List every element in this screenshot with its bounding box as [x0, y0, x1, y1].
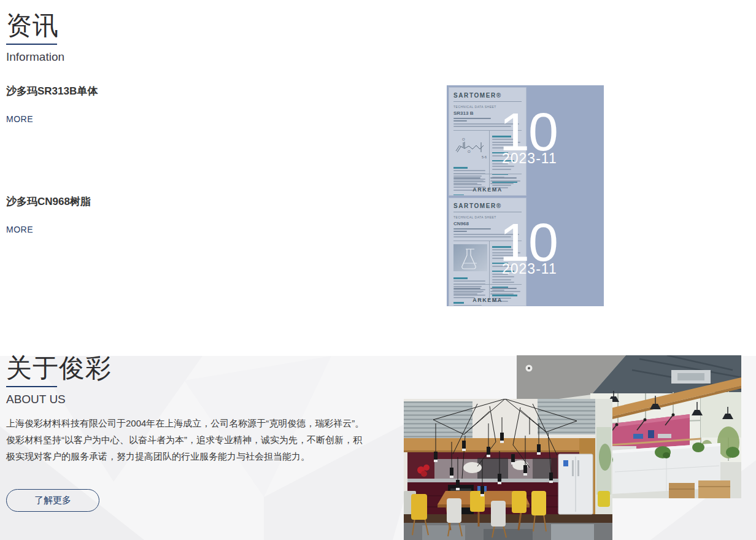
news-section-title: 资讯	[6, 10, 64, 41]
datasheet-doc-type: TECHNICAL DATA SHEET	[453, 215, 522, 219]
datasheet-thumbnail-sr313b: SARTOMER® TECHNICAL DATA SHEET SR313 B	[449, 87, 526, 196]
arkema-logo: ARKEMA	[453, 297, 522, 303]
news-title-underline	[6, 44, 57, 45]
page: 资讯 Information 沙多玛SR313B单体 MORE 沙多玛CN968…	[0, 0, 756, 540]
divider	[453, 212, 522, 212]
news-item-title[interactable]: 沙多玛SR313B单体	[6, 84, 399, 98]
news-media-panel[interactable]: SARTOMER® TECHNICAL DATA SHEET SR313 B	[447, 85, 604, 306]
about-title-underline	[6, 386, 57, 387]
about-paragraph: 上海俊彩材料科技有限公司于2004年在上海成立，公司名称源于“克明俊德，瑞彩祥云…	[6, 415, 368, 465]
divider	[453, 101, 522, 102]
about-section-title: 关于俊彩	[6, 353, 112, 384]
news-section-subtitle: Information	[6, 50, 64, 64]
svg-text:O: O	[462, 137, 465, 141]
sartomer-logo: SARTOMER®	[453, 92, 522, 99]
datasheet-product-name: SR313 B	[453, 110, 522, 116]
news-item-more-link[interactable]: MORE	[6, 114, 33, 124]
news-section: 资讯 Information 沙多玛SR313B单体 MORE 沙多玛CN968…	[0, 0, 756, 356]
about-section-subtitle: ABOUT US	[6, 393, 112, 406]
arkema-logo: ARKEMA	[453, 187, 522, 193]
datasheet-thumbnail-cn968: SARTOMER® TECHNICAL DATA SHEET CN968	[449, 198, 526, 306]
chemical-structure-drawing: O O 5-6	[453, 134, 487, 161]
news-section-header: 资讯 Information	[6, 10, 64, 64]
office-dining-illustration	[404, 399, 612, 540]
news-item: 沙多玛CN968树脂 MORE	[6, 195, 399, 235]
news-item: 沙多玛SR313B单体 MORE	[6, 84, 399, 125]
datasheet-footer: ARKEMA	[453, 174, 522, 193]
about-section-header: 关于俊彩 ABOUT US	[6, 353, 112, 406]
learn-more-button[interactable]: 了解更多	[6, 489, 99, 512]
svg-text:O: O	[468, 150, 471, 153]
datasheet-doc-type: TECHNICAL DATA SHEET	[453, 105, 522, 109]
news-item-title[interactable]: 沙多玛CN968树脂	[6, 195, 399, 209]
sartomer-logo: SARTOMER®	[453, 202, 522, 209]
news-item-more-link[interactable]: MORE	[6, 225, 33, 234]
datasheet-product-name: CN968	[453, 221, 522, 226]
about-section: 关于俊彩 ABOUT US 上海俊彩材料科技有限公司于2004年在上海成立，公司…	[0, 356, 756, 540]
structure-repeat-label: 5-6	[482, 155, 487, 159]
office-dining-photo	[404, 399, 612, 540]
datasheet-footer: ARKEMA	[453, 284, 522, 304]
beaker-photo	[453, 244, 487, 271]
